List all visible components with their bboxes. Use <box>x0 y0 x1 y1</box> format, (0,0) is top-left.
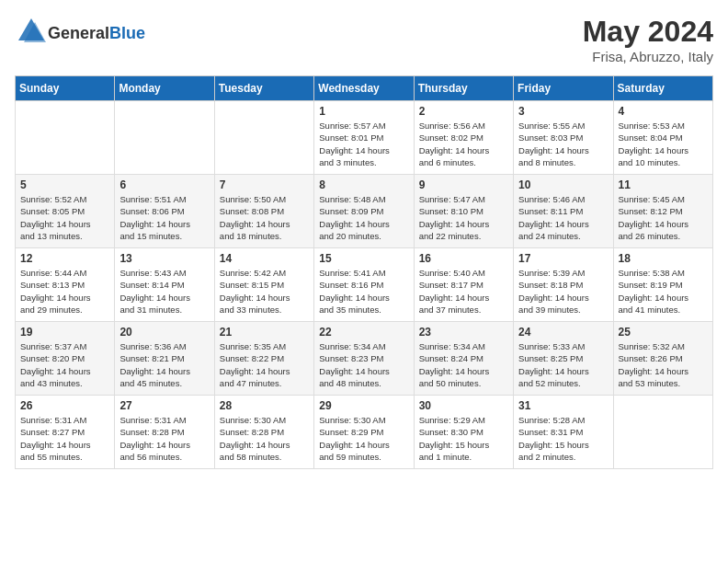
day-info: Sunrise: 5:56 AM Sunset: 8:02 PM Dayligh… <box>419 120 508 168</box>
day-info: Sunrise: 5:29 AM Sunset: 8:30 PM Dayligh… <box>419 414 508 463</box>
day-cell: 3Sunrise: 5:55 AM Sunset: 8:03 PM Daylig… <box>514 101 613 175</box>
day-info: Sunrise: 5:31 AM Sunset: 8:27 PM Dayligh… <box>20 414 109 463</box>
day-number: 3 <box>518 105 608 118</box>
day-cell: 23Sunrise: 5:34 AM Sunset: 8:24 PM Dayli… <box>414 322 513 396</box>
day-cell: 24Sunrise: 5:33 AM Sunset: 8:25 PM Dayli… <box>514 322 613 396</box>
calendar-body: 1Sunrise: 5:57 AM Sunset: 8:01 PM Daylig… <box>16 101 713 469</box>
day-cell <box>613 396 712 469</box>
day-number: 31 <box>518 399 608 412</box>
col-tuesday: Tuesday <box>214 76 313 101</box>
day-cell: 18Sunrise: 5:38 AM Sunset: 8:19 PM Dayli… <box>613 248 712 322</box>
day-info: Sunrise: 5:53 AM Sunset: 8:04 PM Dayligh… <box>619 120 708 168</box>
day-info: Sunrise: 5:41 AM Sunset: 8:16 PM Dayligh… <box>319 267 408 316</box>
day-cell: 2Sunrise: 5:56 AM Sunset: 8:02 PM Daylig… <box>414 101 513 175</box>
day-info: Sunrise: 5:30 AM Sunset: 8:29 PM Dayligh… <box>319 414 408 463</box>
day-info: Sunrise: 5:46 AM Sunset: 8:11 PM Dayligh… <box>518 193 608 242</box>
day-number: 27 <box>119 399 209 412</box>
calendar-header: Sunday Monday Tuesday Wednesday Thursday… <box>16 76 713 101</box>
day-cell: 14Sunrise: 5:42 AM Sunset: 8:15 PM Dayli… <box>214 248 313 322</box>
day-info: Sunrise: 5:45 AM Sunset: 8:12 PM Dayligh… <box>619 193 708 242</box>
col-saturday: Saturday <box>613 76 712 101</box>
day-number: 21 <box>220 326 309 339</box>
day-cell: 22Sunrise: 5:34 AM Sunset: 8:23 PM Dayli… <box>314 322 414 396</box>
header-row: Sunday Monday Tuesday Wednesday Thursday… <box>16 76 713 101</box>
day-info: Sunrise: 5:28 AM Sunset: 8:31 PM Dayligh… <box>518 414 608 463</box>
day-cell: 5Sunrise: 5:52 AM Sunset: 8:05 PM Daylig… <box>16 175 115 248</box>
day-number: 17 <box>518 252 608 265</box>
day-cell: 17Sunrise: 5:39 AM Sunset: 8:18 PM Dayli… <box>514 248 613 322</box>
day-number: 12 <box>20 252 109 265</box>
day-cell: 10Sunrise: 5:46 AM Sunset: 8:11 PM Dayli… <box>514 175 613 248</box>
day-info: Sunrise: 5:32 AM Sunset: 8:26 PM Dayligh… <box>619 340 708 389</box>
day-number: 23 <box>419 326 508 339</box>
day-number: 1 <box>319 105 408 118</box>
day-info: Sunrise: 5:43 AM Sunset: 8:14 PM Dayligh… <box>119 267 209 316</box>
day-number: 22 <box>319 326 408 339</box>
day-info: Sunrise: 5:39 AM Sunset: 8:18 PM Dayligh… <box>518 267 608 316</box>
day-cell: 20Sunrise: 5:36 AM Sunset: 8:21 PM Dayli… <box>115 322 214 396</box>
logo-text: GeneralBlue <box>48 24 145 43</box>
day-cell: 11Sunrise: 5:45 AM Sunset: 8:12 PM Dayli… <box>613 175 712 248</box>
day-number: 25 <box>619 326 708 339</box>
day-info: Sunrise: 5:44 AM Sunset: 8:13 PM Dayligh… <box>20 267 109 316</box>
day-info: Sunrise: 5:40 AM Sunset: 8:17 PM Dayligh… <box>419 267 508 316</box>
calendar-table: Sunday Monday Tuesday Wednesday Thursday… <box>15 75 713 469</box>
day-cell: 8Sunrise: 5:48 AM Sunset: 8:09 PM Daylig… <box>314 175 414 248</box>
day-cell: 31Sunrise: 5:28 AM Sunset: 8:31 PM Dayli… <box>514 396 613 469</box>
day-cell: 4Sunrise: 5:53 AM Sunset: 8:04 PM Daylig… <box>613 101 712 175</box>
day-number: 18 <box>619 252 708 265</box>
day-cell: 27Sunrise: 5:31 AM Sunset: 8:28 PM Dayli… <box>115 396 214 469</box>
col-thursday: Thursday <box>414 76 513 101</box>
day-number: 10 <box>518 178 608 191</box>
day-cell <box>16 101 115 175</box>
location-subtitle: Frisa, Abruzzo, Italy <box>583 49 713 64</box>
day-cell: 9Sunrise: 5:47 AM Sunset: 8:10 PM Daylig… <box>414 175 513 248</box>
week-row-5: 26Sunrise: 5:31 AM Sunset: 8:27 PM Dayli… <box>16 396 713 469</box>
day-cell: 30Sunrise: 5:29 AM Sunset: 8:30 PM Dayli… <box>414 396 513 469</box>
day-number: 7 <box>220 178 309 191</box>
day-info: Sunrise: 5:33 AM Sunset: 8:25 PM Dayligh… <box>518 340 608 389</box>
day-info: Sunrise: 5:38 AM Sunset: 8:19 PM Dayligh… <box>619 267 708 316</box>
day-info: Sunrise: 5:31 AM Sunset: 8:28 PM Dayligh… <box>119 414 209 463</box>
day-cell: 16Sunrise: 5:40 AM Sunset: 8:17 PM Dayli… <box>414 248 513 322</box>
day-number: 8 <box>319 178 408 191</box>
day-cell: 26Sunrise: 5:31 AM Sunset: 8:27 PM Dayli… <box>16 396 115 469</box>
day-cell <box>115 101 214 175</box>
logo: GeneralBlue <box>15 15 145 52</box>
month-year-title: May 2024 <box>583 15 713 49</box>
day-number: 4 <box>619 105 708 118</box>
day-cell: 12Sunrise: 5:44 AM Sunset: 8:13 PM Dayli… <box>16 248 115 322</box>
col-wednesday: Wednesday <box>314 76 414 101</box>
day-cell: 29Sunrise: 5:30 AM Sunset: 8:29 PM Dayli… <box>314 396 414 469</box>
day-info: Sunrise: 5:48 AM Sunset: 8:09 PM Dayligh… <box>319 193 408 242</box>
day-number: 26 <box>20 399 109 412</box>
day-number: 19 <box>20 326 109 339</box>
week-row-4: 19Sunrise: 5:37 AM Sunset: 8:20 PM Dayli… <box>16 322 713 396</box>
day-info: Sunrise: 5:47 AM Sunset: 8:10 PM Dayligh… <box>419 193 508 242</box>
logo-mark <box>15 15 48 52</box>
day-info: Sunrise: 5:34 AM Sunset: 8:24 PM Dayligh… <box>419 340 508 389</box>
day-number: 6 <box>119 178 209 191</box>
day-cell <box>214 101 313 175</box>
day-number: 16 <box>419 252 508 265</box>
col-sunday: Sunday <box>16 76 115 101</box>
day-cell: 6Sunrise: 5:51 AM Sunset: 8:06 PM Daylig… <box>115 175 214 248</box>
week-row-1: 1Sunrise: 5:57 AM Sunset: 8:01 PM Daylig… <box>16 101 713 175</box>
title-block: May 2024 Frisa, Abruzzo, Italy <box>583 15 713 64</box>
day-info: Sunrise: 5:57 AM Sunset: 8:01 PM Dayligh… <box>319 120 408 168</box>
day-info: Sunrise: 5:30 AM Sunset: 8:28 PM Dayligh… <box>220 414 309 463</box>
day-info: Sunrise: 5:36 AM Sunset: 8:21 PM Dayligh… <box>119 340 209 389</box>
col-monday: Monday <box>115 76 214 101</box>
day-info: Sunrise: 5:55 AM Sunset: 8:03 PM Dayligh… <box>518 120 608 168</box>
day-number: 30 <box>419 399 508 412</box>
day-number: 2 <box>419 105 508 118</box>
day-number: 20 <box>119 326 209 339</box>
col-friday: Friday <box>514 76 613 101</box>
page-header: GeneralBlue May 2024 Frisa, Abruzzo, Ita… <box>15 15 713 64</box>
day-number: 9 <box>419 178 508 191</box>
week-row-3: 12Sunrise: 5:44 AM Sunset: 8:13 PM Dayli… <box>16 248 713 322</box>
day-number: 14 <box>220 252 309 265</box>
day-cell: 28Sunrise: 5:30 AM Sunset: 8:28 PM Dayli… <box>214 396 313 469</box>
day-number: 29 <box>319 399 408 412</box>
day-cell: 7Sunrise: 5:50 AM Sunset: 8:08 PM Daylig… <box>214 175 313 248</box>
